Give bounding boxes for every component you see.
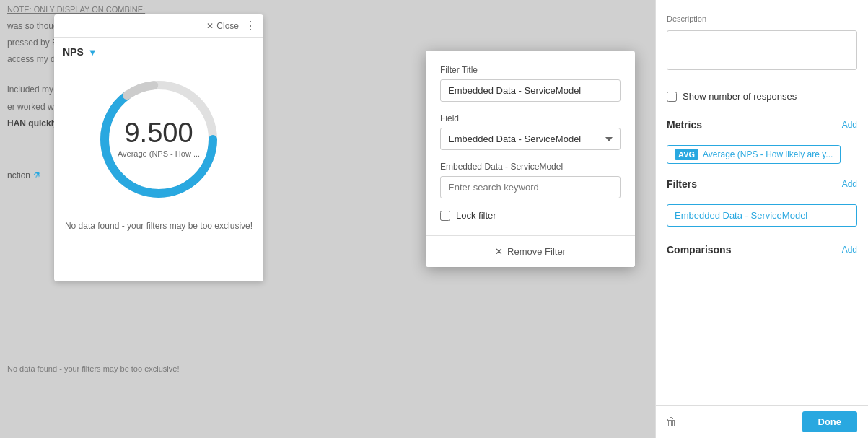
remove-filter-button[interactable]: ✕ Remove Filter xyxy=(426,235,635,267)
trash-icon[interactable]: 🗑 xyxy=(666,416,678,429)
lock-filter-label: Lock filter xyxy=(456,210,496,221)
search-keyword-input[interactable] xyxy=(440,176,621,198)
description-textarea[interactable] xyxy=(667,30,857,70)
close-label: Close xyxy=(216,21,239,31)
more-options-button[interactable]: ⋮ xyxy=(245,19,256,32)
right-panel: Description Show number of responses Met… xyxy=(655,0,868,438)
filter-title-group: Filter Title xyxy=(440,65,621,102)
comparisons-section: Comparisons Add xyxy=(667,237,857,263)
metrics-section-header: Metrics Add xyxy=(667,112,857,138)
no-data-widget: No data found - your filters may be too … xyxy=(63,215,255,237)
field-select[interactable]: Embedded Data - ServiceModel xyxy=(440,128,621,150)
filters-title: Filters xyxy=(667,178,697,190)
widget-body: NPS ▼ 9.500 Average (NPS - How ... No da… xyxy=(54,38,263,245)
no-data-bg: No data found - your filters may be too … xyxy=(7,363,418,376)
done-button[interactable]: Done xyxy=(802,411,858,432)
show-responses-row: Show number of responses xyxy=(667,91,857,102)
close-button[interactable]: ✕ Close xyxy=(206,21,239,31)
metric-text: Average (NPS - How likely are y... xyxy=(703,149,833,159)
gauge-container: 9.500 Average (NPS - How ... xyxy=(63,63,255,215)
filter-modal: Filter Title Field Embedded Data - Servi… xyxy=(426,51,635,267)
widget-header: ✕ Close ⋮ xyxy=(54,14,263,38)
show-responses-label: Show number of responses xyxy=(683,91,797,102)
add-filter-link[interactable]: Add xyxy=(842,179,857,189)
widget-title: NPS ▼ xyxy=(63,46,255,58)
filters-section-header: Filters Add xyxy=(667,171,857,197)
nps-widget: ✕ Close ⋮ NPS ▼ 9.500 Average (NPS - How… xyxy=(54,14,263,281)
section-label: nction xyxy=(7,169,30,183)
bottom-bar: 🗑 Done xyxy=(655,405,868,438)
show-responses-checkbox[interactable] xyxy=(667,92,677,102)
metric-chip[interactable]: AVG Average (NPS - How likely are y... xyxy=(667,145,841,164)
section-filter-icon: ⚗ xyxy=(33,169,41,183)
field-label: Field xyxy=(440,113,621,123)
metrics-title: Metrics xyxy=(667,119,702,131)
description-label: Description xyxy=(667,14,857,23)
comparisons-title: Comparisons xyxy=(667,244,731,255)
field-group: Field Embedded Data - ServiceModel xyxy=(440,113,621,150)
gauge-label: Average (NPS - How ... xyxy=(118,149,200,158)
description-group: Description xyxy=(667,14,857,79)
filter-title-input[interactable] xyxy=(440,79,621,102)
add-metric-link[interactable]: Add xyxy=(842,120,857,130)
widget-title-text: NPS xyxy=(63,46,84,58)
lock-filter-row: Lock filter xyxy=(440,210,621,221)
remove-filter-label: Remove Filter xyxy=(507,246,566,257)
embedded-data-label: Embedded Data - ServiceModel xyxy=(440,162,621,172)
remove-filter-x-icon: ✕ xyxy=(495,246,503,257)
embedded-data-group: Embedded Data - ServiceModel xyxy=(440,162,621,198)
comparisons-section-header: Comparisons Add xyxy=(667,237,857,263)
gauge-value: 9.500 xyxy=(118,119,200,146)
close-x-icon: ✕ xyxy=(206,21,214,31)
gauge-text: 9.500 Average (NPS - How ... xyxy=(118,119,200,158)
filter-chip[interactable]: Embedded Data - ServiceModel xyxy=(667,204,857,227)
filter-title-label: Filter Title xyxy=(440,65,621,75)
filter-modal-body: Filter Title Field Embedded Data - Servi… xyxy=(426,51,635,235)
nps-filter-icon[interactable]: ▼ xyxy=(88,47,97,58)
add-comparison-link[interactable]: Add xyxy=(842,245,857,255)
lock-filter-checkbox[interactable] xyxy=(440,211,450,221)
metric-abbr: AVG xyxy=(675,149,698,160)
